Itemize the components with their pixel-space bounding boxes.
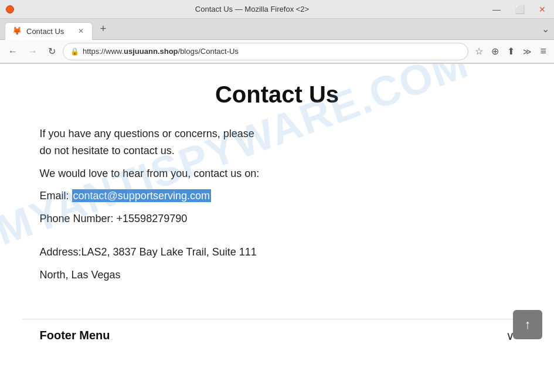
active-tab[interactable]: 🦊 Contact Us ✕	[5, 22, 93, 40]
back-button[interactable]: ←	[5, 44, 21, 59]
footer-section: Footer Menu ∨	[22, 319, 532, 352]
email-line: Email: contact@supportserving.com	[40, 188, 515, 204]
close-button[interactable]: ✕	[536, 5, 548, 14]
tab-close-button[interactable]: ✕	[77, 27, 85, 35]
window-controls: — ⬜ ✕	[490, 5, 548, 14]
tab-favicon-icon: 🦊	[12, 26, 22, 36]
page-title: Contact Us	[40, 76, 515, 108]
page-content: MYANTISPYWARE.COM Contact Us If you have…	[0, 64, 554, 392]
email-label: Email:	[40, 190, 69, 202]
address-bar[interactable]: 🔒 https://www.usjuuann.shop/blogs/Contac…	[63, 43, 468, 60]
footer-menu-title: Footer Menu	[40, 329, 110, 342]
address-line2: North, Las Vegas	[40, 267, 515, 284]
nav-bar: ← → ↻ 🔒 https://www.usjuuann.shop/blogs/…	[0, 40, 554, 63]
email-link[interactable]: contact@supportserving.com	[72, 189, 211, 202]
address-line1: Address:LAS2, 3837 Bay Lake Trail, Suite…	[40, 244, 515, 261]
bookmark-star-button[interactable]: ☆	[472, 43, 486, 59]
window-close-icon[interactable]	[6, 5, 14, 13]
intro-paragraph: If you have any questions or concerns, p…	[40, 125, 515, 159]
tab-bar: 🦊 Contact Us ✕ + ⌄	[0, 19, 554, 40]
phone-line: Phone Number: +15598279790	[40, 210, 515, 227]
reload-button[interactable]: ↻	[45, 43, 59, 59]
minimize-button[interactable]: —	[490, 5, 503, 14]
tabs-menu-button[interactable]: ⌄	[542, 23, 549, 35]
title-bar-left	[6, 5, 14, 13]
forward-button[interactable]: →	[25, 44, 41, 59]
title-bar: Contact Us — Mozilla Firefox <2> — ⬜ ✕	[0, 0, 554, 19]
shield-button[interactable]: ⊕	[488, 43, 502, 59]
security-icon: 🔒	[70, 47, 79, 56]
maximize-button[interactable]: ⬜	[512, 5, 527, 14]
address-bar-url: https://www.usjuuann.shop/blogs/Contact-…	[83, 47, 239, 56]
window-title: Contact Us — Mozilla Firefox <2>	[14, 5, 490, 13]
back-to-top-button[interactable]: ↑	[513, 310, 542, 339]
share-button[interactable]: ⬆	[504, 43, 518, 59]
tab-label: Contact Us	[26, 27, 64, 36]
browser-chrome: Contact Us — Mozilla Firefox <2> — ⬜ ✕ 🦊…	[0, 0, 554, 64]
menu-button[interactable]: ≡	[537, 43, 549, 60]
nav-actions: ☆ ⊕ ⬆ ≫ ≡	[472, 43, 549, 60]
content-body: Contact Us If you have any questions or …	[22, 64, 532, 307]
contact-prompt: We would love to hear from you, contact …	[40, 165, 515, 182]
more-tools-button[interactable]: ≫	[520, 45, 535, 59]
new-tab-button[interactable]: +	[95, 21, 111, 38]
